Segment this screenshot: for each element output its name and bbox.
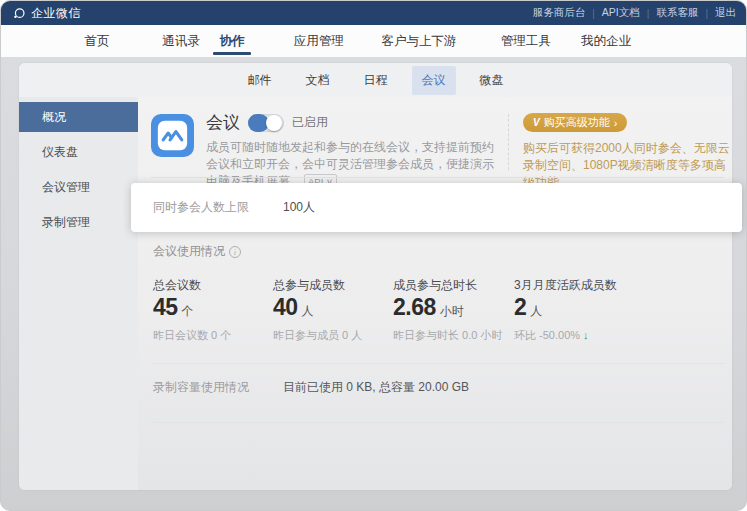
card-body: 概况 仪表盘 会议管理 录制管理 会议 bbox=[19, 97, 732, 490]
app-window: 企业微信 服务商后台 | API文档 | 联系客服 | 退出 首页 通讯录 协作… bbox=[0, 0, 747, 511]
enable-status-label: 已启用 bbox=[292, 114, 328, 131]
stat-value: 45 bbox=[153, 294, 178, 321]
toggle-knob bbox=[266, 115, 282, 131]
stat-value: 40 bbox=[273, 294, 298, 321]
divider bbox=[151, 177, 724, 178]
usage-title-text: 会议使用情况 bbox=[153, 243, 225, 260]
nav-item-admin-tools[interactable]: 管理工具 bbox=[501, 25, 551, 57]
divider bbox=[153, 363, 725, 364]
main-nav: 首页 通讯录 协作 应用管理 客户与上下游 管理工具 我的企业 bbox=[1, 25, 746, 57]
topbar: 企业微信 服务商后台 | API文档 | 联系客服 | 退出 bbox=[1, 1, 746, 25]
stat-unit: 人 bbox=[302, 303, 314, 320]
stat-label: 成员参与总时长 bbox=[393, 277, 502, 293]
premium-panel: V 购买高级功能 › 购买后可获得2000人同时参会、无限云录制空间、1080P… bbox=[523, 112, 732, 191]
link-provider-console[interactable]: 服务商后台 bbox=[533, 6, 586, 20]
stat-label: 总会议数 bbox=[153, 277, 231, 293]
max-participants-label: 同时参会人数上限 bbox=[153, 199, 283, 216]
info-icon[interactable]: i bbox=[229, 246, 241, 258]
stat-subtext: 环比 -50.00% ↓ bbox=[514, 328, 617, 343]
stat-total-duration: 成员参与总时长 2.68 小时 昨日参与时长 0.0 小时 bbox=[393, 277, 502, 343]
link-contact-support[interactable]: 联系客服 bbox=[656, 6, 698, 20]
trend-text: 环比 -50.00% bbox=[514, 329, 580, 341]
app-title: 会议 bbox=[206, 111, 240, 134]
separator: | bbox=[705, 8, 708, 19]
brand-name: 企业微信 bbox=[31, 5, 81, 22]
sidebar-item-dashboard[interactable]: 仪表盘 bbox=[19, 137, 138, 167]
nav-item-home[interactable]: 首页 bbox=[85, 25, 110, 57]
buy-premium-button[interactable]: V 购买高级功能 › bbox=[523, 113, 627, 132]
topbar-links: 服务商后台 | API文档 | 联系客服 | 退出 bbox=[533, 6, 736, 20]
content-card: 邮件 文档 日程 会议 微盘 概况 仪表盘 会议管理 录制管理 bbox=[19, 63, 732, 490]
nav-item-apps[interactable]: 应用管理 bbox=[294, 25, 344, 57]
tabstrip: 邮件 文档 日程 会议 微盘 bbox=[19, 63, 732, 97]
brand[interactable]: 企业微信 bbox=[13, 5, 81, 22]
nav-item-contacts[interactable]: 通讯录 bbox=[162, 25, 200, 57]
link-api-docs[interactable]: API文档 bbox=[602, 6, 640, 20]
app-description-text: 成员可随时随地发起和参与的在线会议，支持提前预约会议和立即开会，会中可灵活管理参… bbox=[206, 140, 494, 188]
stat-total-meetings: 总会议数 45 个 昨日会议数 0 个 bbox=[153, 277, 231, 343]
stat-label: 3月月度活跃成员数 bbox=[514, 277, 617, 293]
meeting-app-icon bbox=[151, 114, 194, 157]
recording-capacity-label: 录制容量使用情况 bbox=[153, 379, 283, 396]
stat-unit: 小时 bbox=[440, 303, 464, 320]
separator: | bbox=[647, 8, 650, 19]
nav-item-customers[interactable]: 客户与上下游 bbox=[382, 25, 457, 57]
stat-subtext: 昨日参与成员 0 人 bbox=[273, 328, 362, 343]
main-panel: 会议 已启用 成员可随时随地发起和参与的在线会议，支持提前预约会议和立即开会，会… bbox=[138, 97, 732, 490]
stat-label: 总参与成员数 bbox=[273, 277, 362, 293]
tab-drive[interactable]: 微盘 bbox=[470, 66, 514, 95]
enable-toggle[interactable] bbox=[248, 114, 284, 132]
sidebar-item-meeting-mgmt[interactable]: 会议管理 bbox=[19, 172, 138, 202]
tab-meeting[interactable]: 会议 bbox=[412, 66, 456, 95]
chevron-right-icon: › bbox=[614, 117, 618, 129]
divider bbox=[153, 422, 725, 423]
highlighted-setting-row[interactable]: 同时参会人数上限 100人 bbox=[131, 183, 742, 232]
buy-premium-label: 购买高级功能 bbox=[544, 115, 610, 130]
stat-value: 2.68 bbox=[393, 294, 436, 321]
stat-subtext: 昨日会议数 0 个 bbox=[153, 328, 231, 343]
stat-unit: 个 bbox=[182, 303, 194, 320]
separator: | bbox=[592, 8, 595, 19]
link-logout[interactable]: 退出 bbox=[715, 6, 736, 20]
usage-section-title: 会议使用情况 i bbox=[153, 243, 241, 260]
tab-mail[interactable]: 邮件 bbox=[238, 66, 282, 95]
sidebar-item-overview[interactable]: 概况 bbox=[19, 102, 138, 132]
sidebar: 概况 仪表盘 会议管理 录制管理 bbox=[19, 97, 138, 490]
stat-unit: 人 bbox=[530, 303, 542, 320]
stat-value: 2 bbox=[514, 294, 526, 321]
app-title-row: 会议 已启用 bbox=[206, 111, 328, 134]
tab-calendar[interactable]: 日程 bbox=[354, 66, 398, 95]
recording-capacity-value: 目前已使用 0 KB, 总容量 20.00 GB bbox=[283, 379, 469, 396]
stat-total-participants: 总参与成员数 40 人 昨日参与成员 0 人 bbox=[273, 277, 362, 343]
max-participants-value: 100人 bbox=[283, 199, 315, 216]
arrow-down-icon: ↓ bbox=[583, 329, 589, 341]
wecom-logo-icon bbox=[13, 7, 26, 20]
tab-docs[interactable]: 文档 bbox=[296, 66, 340, 95]
stat-monthly-active: 3月月度活跃成员数 2 人 环比 -50.00% ↓ bbox=[514, 277, 617, 343]
recording-capacity-row: 录制容量使用情况 目前已使用 0 KB, 总容量 20.00 GB bbox=[153, 379, 725, 396]
sidebar-item-recording-mgmt[interactable]: 录制管理 bbox=[19, 207, 138, 237]
active-nav-underline bbox=[213, 52, 251, 55]
nav-item-my-company[interactable]: 我的企业 bbox=[581, 25, 631, 57]
premium-v-icon: V bbox=[533, 117, 540, 128]
stat-subtext: 昨日参与时长 0.0 小时 bbox=[393, 328, 502, 343]
dashed-divider bbox=[508, 114, 509, 170]
